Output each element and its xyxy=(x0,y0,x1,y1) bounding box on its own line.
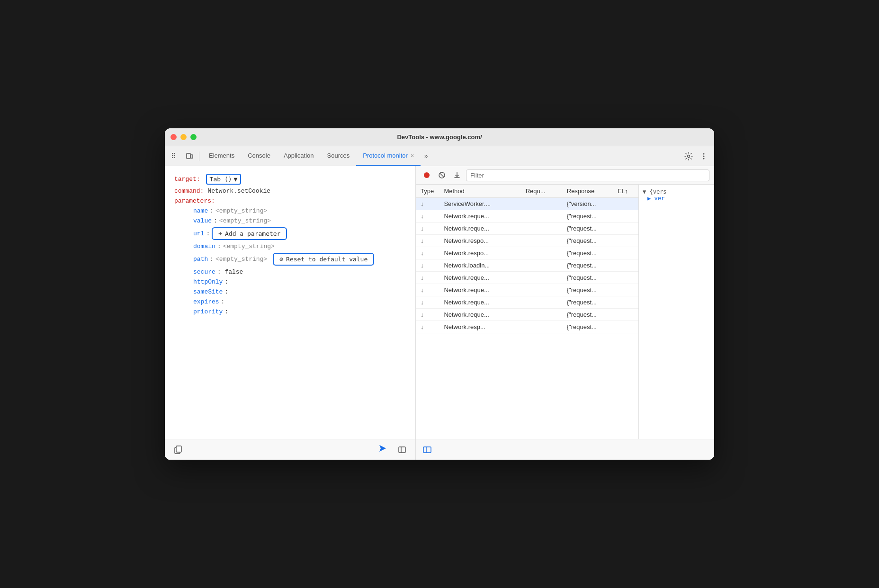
cell-response: {"request... xyxy=(562,284,613,296)
cell-response: {"version... xyxy=(562,198,613,210)
cell-type: ↓ xyxy=(416,321,439,333)
table-row[interactable]: ↓ ServiceWorker.... {"version... xyxy=(416,198,638,210)
reset-default-button[interactable]: ⊘ Reset to default value xyxy=(273,253,374,266)
settings-icon[interactable] xyxy=(682,150,695,163)
download-icon[interactable] xyxy=(451,169,463,181)
param-name-row: name : <empty_string> xyxy=(174,207,406,214)
table-row[interactable]: ↓ Network.reque... {"request... xyxy=(416,309,638,321)
main-content: target: Tab () ▼ command: Network.setCoo… xyxy=(165,166,714,460)
svg-point-10 xyxy=(703,155,705,157)
cell-el xyxy=(613,296,638,309)
sidebar-icon[interactable] xyxy=(421,443,434,456)
protocol-table: Type Method Requ... Response El.↑ ↓ Serv… xyxy=(416,185,638,333)
cell-response: {"request... xyxy=(562,296,613,309)
cell-method: ServiceWorker.... xyxy=(439,198,520,210)
cell-request xyxy=(521,247,562,259)
tab-protocol-monitor[interactable]: Protocol monitor × xyxy=(356,146,421,166)
table-row[interactable]: ↓ Network.reque... {"request... xyxy=(416,284,638,296)
tab-toolbar: Elements Console Application Sources Pro… xyxy=(165,146,714,166)
cell-type: ↓ xyxy=(416,296,439,309)
table-row[interactable]: ↓ Network.reque... {"request... xyxy=(416,210,638,223)
svg-rect-5 xyxy=(174,157,175,158)
param-httponly-row: httpOnly : xyxy=(174,278,406,285)
table-row[interactable]: ↓ Network.resp... {"request... xyxy=(416,321,638,333)
param-url-key: url xyxy=(193,230,204,237)
cell-el xyxy=(613,284,638,296)
devtools-device-icon[interactable] xyxy=(183,150,196,163)
record-icon[interactable] xyxy=(421,169,433,181)
cell-method: Network.reque... xyxy=(439,210,520,223)
param-name-key: name xyxy=(193,207,208,214)
param-domain-key: domain xyxy=(193,243,215,250)
protocol-table-container: Type Method Requ... Response El.↑ ↓ Serv… xyxy=(416,185,638,439)
table-row[interactable]: ↓ Network.reque... {"request... xyxy=(416,223,638,235)
block-icon[interactable] xyxy=(436,169,448,181)
filter-input[interactable] xyxy=(466,169,709,181)
cell-request xyxy=(521,198,562,210)
traffic-lights xyxy=(170,134,197,140)
param-expires-key: expires xyxy=(193,298,219,305)
send-button[interactable] xyxy=(377,443,388,456)
svg-rect-0 xyxy=(172,153,173,154)
titlebar: DevTools - www.google.com/ xyxy=(165,128,714,146)
cell-el xyxy=(613,309,638,321)
param-secure-key: secure xyxy=(193,268,215,276)
tab-elements[interactable]: Elements xyxy=(202,146,241,166)
table-row[interactable]: ↓ Network.reque... {"request... xyxy=(416,296,638,309)
cell-response: {"request... xyxy=(562,247,613,259)
svg-rect-1 xyxy=(174,153,175,154)
table-row[interactable]: ↓ Network.reque... {"request... xyxy=(416,272,638,284)
col-header-type: Type xyxy=(416,185,439,198)
left-footer xyxy=(165,439,415,460)
svg-rect-6 xyxy=(187,153,190,159)
svg-rect-13 xyxy=(176,446,181,452)
tree-item-vers[interactable]: ▼ {vers xyxy=(643,188,710,195)
table-row[interactable]: ↓ Network.respo... {"request... xyxy=(416,235,638,247)
cell-request xyxy=(521,210,562,223)
table-row[interactable]: ↓ Network.loadin... {"request... xyxy=(416,259,638,272)
cell-type: ↓ xyxy=(416,223,439,235)
command-row: command: Network.setCookie xyxy=(174,187,406,195)
cell-response: {"request... xyxy=(562,210,613,223)
tree-item-ver[interactable]: ▶ ver xyxy=(643,195,710,202)
tab-more-icon[interactable]: » xyxy=(421,152,431,160)
add-parameter-button[interactable]: + Add a parameter xyxy=(212,227,287,240)
table-row[interactable]: ↓ Network.respo... {"request... xyxy=(416,247,638,259)
tab-application[interactable]: Application xyxy=(277,146,321,166)
svg-rect-3 xyxy=(174,155,175,156)
param-samesite-key: sameSite xyxy=(193,288,223,295)
cell-el xyxy=(613,235,638,247)
minimize-button[interactable] xyxy=(180,134,187,140)
more-options-icon[interactable] xyxy=(697,150,710,163)
sidebar-toggle-icon[interactable] xyxy=(395,443,409,456)
param-domain-value: <empty_string> xyxy=(223,243,275,250)
command-value: Network.setCookie xyxy=(207,187,270,195)
cell-method: Network.reque... xyxy=(439,272,520,284)
target-dropdown[interactable]: Tab () ▼ xyxy=(206,174,242,185)
svg-line-19 xyxy=(440,173,444,178)
maximize-button[interactable] xyxy=(190,134,197,140)
svg-rect-4 xyxy=(172,157,173,158)
tab-sources[interactable]: Sources xyxy=(321,146,357,166)
cell-type: ↓ xyxy=(416,235,439,247)
parameters-label: parameters: xyxy=(174,197,215,205)
close-button[interactable] xyxy=(170,134,177,140)
cell-method: Network.reque... xyxy=(439,284,520,296)
plus-icon: + xyxy=(218,230,222,237)
cell-type: ↓ xyxy=(416,210,439,223)
param-domain-row: domain : <empty_string> xyxy=(174,243,406,250)
cell-el xyxy=(613,198,638,210)
param-expires-row: expires : xyxy=(174,298,406,305)
param-httponly-key: httpOnly xyxy=(193,278,223,285)
param-url-row: url : + Add a parameter xyxy=(174,227,406,240)
cell-request xyxy=(521,223,562,235)
parameters-row: parameters: xyxy=(174,197,406,205)
copy-icon[interactable] xyxy=(171,443,185,456)
devtools-window: DevTools - www.google.com/ Elements xyxy=(165,128,714,460)
dropdown-arrow-icon: ▼ xyxy=(234,176,238,183)
devtools-grid-icon[interactable] xyxy=(169,150,182,163)
cell-response: {"request... xyxy=(562,223,613,235)
tab-console[interactable]: Console xyxy=(241,146,277,166)
tab-close-icon[interactable]: × xyxy=(411,152,414,159)
left-panel: target: Tab () ▼ command: Network.setCoo… xyxy=(165,166,416,460)
